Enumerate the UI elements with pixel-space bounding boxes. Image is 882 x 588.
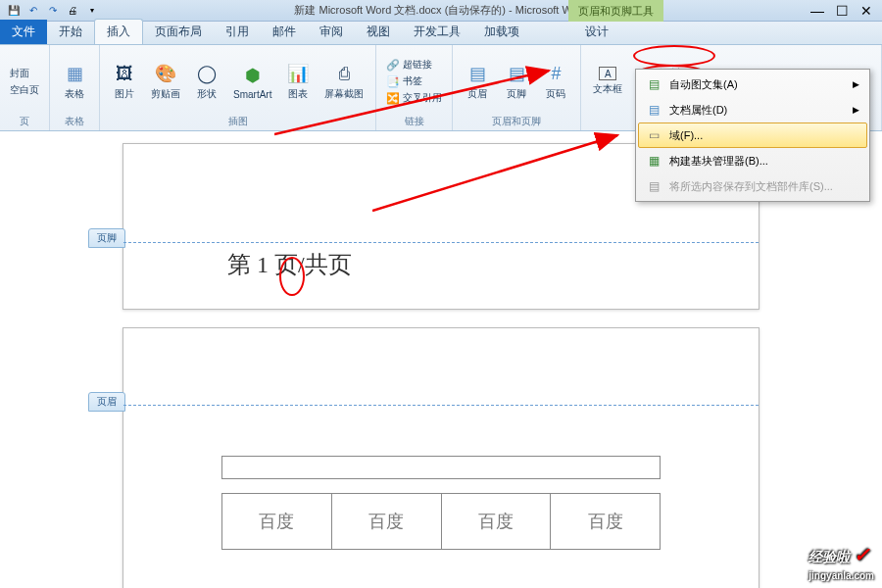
buildingblocks-icon: ▦ xyxy=(646,153,662,169)
table-cell[interactable]: 百度 xyxy=(222,494,332,549)
print-icon[interactable]: 🖨 xyxy=(65,3,80,19)
header-marker: 页眉 xyxy=(88,392,125,412)
close-icon[interactable]: ✕ xyxy=(860,3,872,19)
contextual-tab-headerfooter: 页眉和页脚工具 xyxy=(568,0,663,22)
group-label-illustrations: 插图 xyxy=(100,115,375,128)
docparts-dropdown: ▤ 自动图文集(A) ▶ ▤ 文档属性(D) ▶ ▭ 域(F)... ▦ 构建基… xyxy=(635,69,870,202)
btn-cover[interactable]: 封面 xyxy=(6,66,43,81)
table-cell[interactable]: 百度 xyxy=(442,494,552,549)
window-title: 新建 Microsoft Word 文档.docx (自动保存的) - Micr… xyxy=(294,3,587,18)
btn-screenshot[interactable]: ⎙屏幕截图 xyxy=(318,47,369,116)
btn-blank[interactable]: 空白页 xyxy=(6,82,43,98)
clipart-icon: 🎨 xyxy=(154,62,177,85)
submenu-arrow-icon: ▶ xyxy=(853,79,859,89)
minimize-icon[interactable]: — xyxy=(810,3,824,19)
btn-hyperlink[interactable]: 🔗超链接 xyxy=(382,57,446,73)
table-cell[interactable]: 百度 xyxy=(332,494,442,549)
annotation-oval-docparts xyxy=(633,45,715,67)
tab-home[interactable]: 开始 xyxy=(47,20,94,44)
table-top xyxy=(221,456,661,479)
tab-design[interactable]: 设计 xyxy=(573,20,620,44)
btn-bookmark[interactable]: 📑书签 xyxy=(382,74,446,89)
group-label-pages: 页 xyxy=(0,115,49,128)
submenu-arrow-icon: ▶ xyxy=(853,105,859,115)
textbox-icon: A xyxy=(599,67,616,80)
redo-icon[interactable]: ↷ xyxy=(45,3,61,19)
group-label-tables: 表格 xyxy=(50,115,99,128)
chart-icon: 📊 xyxy=(286,62,310,85)
footer-icon: ▤ xyxy=(505,62,528,85)
btn-chart[interactable]: 📊图表 xyxy=(279,47,317,116)
menu-field[interactable]: ▭ 域(F)... xyxy=(638,122,867,148)
header-boundary xyxy=(123,405,759,406)
btn-picture[interactable]: 🖼图片 xyxy=(106,47,143,116)
autotext-icon: ▤ xyxy=(646,76,662,92)
table-cell[interactable]: 百度 xyxy=(551,494,660,549)
tab-references[interactable]: 引用 xyxy=(214,20,261,44)
group-pages: 封面 空白页 页 xyxy=(0,45,50,130)
btn-footer[interactable]: ▤页脚 xyxy=(498,47,535,116)
hyperlink-icon: 🔗 xyxy=(386,58,400,72)
btn-header[interactable]: ▤页眉 xyxy=(459,47,496,116)
menu-docproperty[interactable]: ▤ 文档属性(D) ▶ xyxy=(638,97,867,122)
annotation-oval-slash xyxy=(279,257,305,296)
group-links: 🔗超链接 📑书签 🔀交叉引用 链接 xyxy=(376,45,453,130)
smartart-icon: ⬢ xyxy=(241,64,265,87)
bookmark-icon: 📑 xyxy=(386,74,400,88)
shapes-icon: ◯ xyxy=(195,62,219,85)
tab-view[interactable]: 视图 xyxy=(355,20,402,44)
ribbon-tabs: 文件 开始 插入 页面布局 引用 邮件 审阅 视图 开发工具 加载项 设计 xyxy=(0,22,882,45)
save-icon[interactable]: 💾 xyxy=(6,3,22,19)
btn-crossref[interactable]: 🔀交叉引用 xyxy=(382,90,446,106)
menu-buildingblocks[interactable]: ▦ 构建基块管理器(B)... xyxy=(638,148,867,173)
quick-access-toolbar: 💾 ↶ ↷ 🖨 ▾ xyxy=(0,3,106,19)
document-content: 百度 百度 百度 百度 xyxy=(221,456,661,550)
tab-insert[interactable]: 插入 xyxy=(94,19,143,44)
saveselection-icon: ▤ xyxy=(646,178,662,194)
screenshot-icon: ⎙ xyxy=(332,62,356,85)
tab-review[interactable]: 审阅 xyxy=(308,20,355,44)
undo-icon[interactable]: ↶ xyxy=(25,3,41,19)
check-icon: ✓ xyxy=(854,544,870,565)
footer-boundary xyxy=(123,242,759,243)
docproperty-icon: ▤ xyxy=(646,102,662,118)
pagenumber-icon: # xyxy=(544,62,567,85)
tab-pagelayout[interactable]: 页面布局 xyxy=(143,20,214,44)
btn-smartart[interactable]: ⬢SmartArt xyxy=(227,47,277,116)
crossref-icon: 🔀 xyxy=(386,91,400,105)
menu-saveselection: ▤ 将所选内容保存到文档部件库(S)... xyxy=(638,173,867,199)
tab-developer[interactable]: 开发工具 xyxy=(402,20,472,44)
tab-mailings[interactable]: 邮件 xyxy=(261,20,308,44)
btn-shapes[interactable]: ◯形状 xyxy=(188,47,225,116)
maximize-icon[interactable]: ☐ xyxy=(836,3,849,19)
group-headerfooter: ▤页眉 ▤页脚 #页码 页眉和页脚 xyxy=(453,45,581,130)
group-tables: ▦ 表格 表格 xyxy=(50,45,100,130)
footer-marker: 页脚 xyxy=(88,228,125,248)
menu-autotext[interactable]: ▤ 自动图文集(A) ▶ xyxy=(638,72,867,97)
qat-more-icon[interactable]: ▾ xyxy=(84,3,100,19)
header-icon: ▤ xyxy=(466,62,489,85)
picture-icon: 🖼 xyxy=(113,62,136,85)
btn-pagenumber[interactable]: #页码 xyxy=(537,47,574,116)
document-table: 百度 百度 百度 百度 xyxy=(221,493,661,550)
group-label-links: 链接 xyxy=(376,115,452,128)
window-controls: — ☐ ✕ xyxy=(801,3,882,19)
btn-table[interactable]: ▦ 表格 xyxy=(56,47,93,116)
group-illustrations: 🖼图片 🎨剪贴画 ◯形状 ⬢SmartArt 📊图表 ⎙屏幕截图 插图 xyxy=(100,45,376,130)
field-icon: ▭ xyxy=(646,127,662,143)
btn-textbox[interactable]: A文本框 xyxy=(587,47,628,116)
table-icon: ▦ xyxy=(63,62,86,85)
page-2: 页眉 百度 百度 百度 百度 xyxy=(122,327,760,588)
tab-addins[interactable]: 加载项 xyxy=(472,20,531,44)
watermark: 经验啦 ✓ jingyanla.com xyxy=(808,543,874,582)
btn-clipart[interactable]: 🎨剪贴画 xyxy=(145,47,186,116)
tab-file[interactable]: 文件 xyxy=(0,20,47,44)
group-label-headerfooter: 页眉和页脚 xyxy=(453,115,580,128)
